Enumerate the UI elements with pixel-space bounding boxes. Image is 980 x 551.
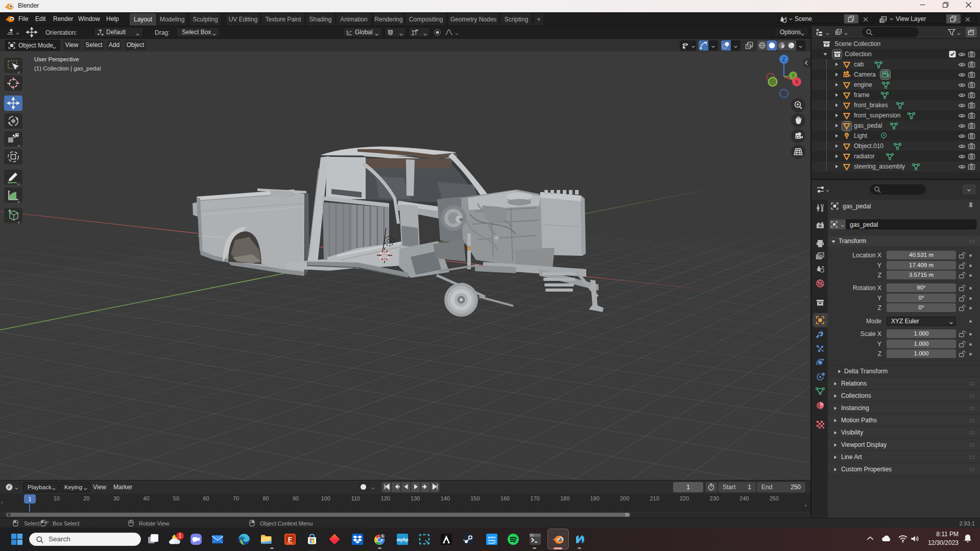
svg-text:Z: Z [782, 57, 785, 62]
svg-text:X: X [795, 79, 799, 85]
svg-text:video: video [488, 539, 496, 542]
svg-text:360: 360 [289, 542, 292, 544]
svg-text:Y: Y [792, 73, 795, 79]
svg-text:myhp: myhp [397, 537, 409, 542]
